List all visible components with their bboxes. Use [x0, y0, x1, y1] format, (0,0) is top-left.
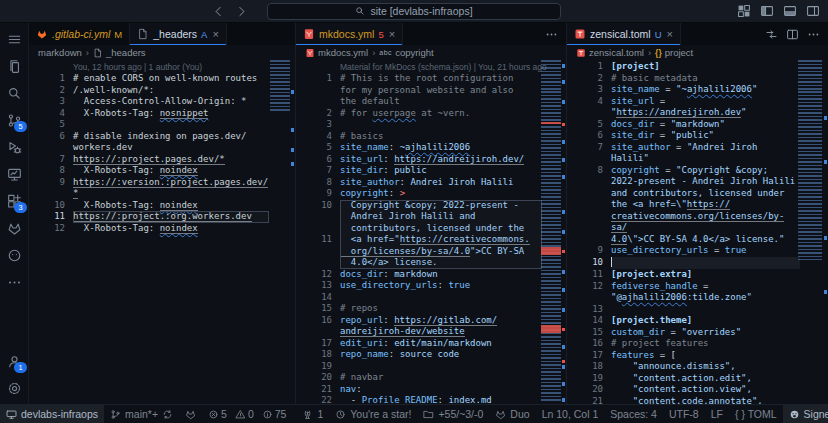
code-line[interactable]: 1# enable CORS on well-known routes [29, 73, 295, 85]
code-line[interactable]: 16# project features [567, 338, 828, 350]
tab-zensical-toml[interactable]: zensical.tomlU× [567, 23, 681, 45]
breadcrumb-item[interactable]: _headers [106, 47, 146, 58]
line-number[interactable]: 7 [296, 165, 332, 177]
toggle-secondary-sidebar-icon[interactable] [806, 4, 820, 18]
activitybar-github[interactable] [0, 242, 28, 269]
code-line[interactable]: 7https://:project.pages.dev/* [29, 154, 295, 166]
code-line[interactable]: 17edit_uri: edit/main/markdown [296, 338, 566, 350]
breadcrumb-item[interactable]: markdown [38, 47, 82, 58]
status-encoding[interactable]: UTF-8 [663, 405, 705, 423]
line-number[interactable]: 17 [296, 338, 332, 350]
code-line[interactable]: 11 <a href="https://creativecommons. org… [296, 234, 566, 269]
code-line[interactable]: 18repo_name: source code [296, 349, 566, 361]
activitybar-explorer[interactable] [0, 53, 28, 80]
minimap[interactable] [270, 60, 290, 112]
line-number[interactable]: 13 [567, 304, 603, 316]
split-editor-icon[interactable] [786, 28, 799, 41]
line-number[interactable]: 15 [296, 303, 332, 315]
code-line[interactable]: 3 Access-Control-Allow-Origin: * [29, 96, 295, 108]
code-line[interactable]: 1[project] [567, 61, 828, 73]
line-number[interactable]: 9 [296, 188, 332, 200]
code-line[interactable]: 15# repos [296, 303, 566, 315]
line-number[interactable]: 16 [567, 338, 603, 350]
status-git-changes[interactable]: +55/~3/-0 [417, 405, 489, 423]
code-line[interactable]: 9copyright: > [296, 188, 566, 200]
back-arrow-icon[interactable] [212, 5, 225, 18]
line-number[interactable]: 12 [296, 269, 332, 281]
line-number[interactable]: 5 [567, 119, 603, 131]
code-line[interactable]: 17features = [ [567, 350, 828, 362]
code-line[interactable]: 12fediverse_handle = "@ajhalili2006:tild… [567, 281, 828, 304]
code-line[interactable]: 4# basics [296, 131, 566, 143]
activitybar-search[interactable] [0, 80, 28, 107]
line-number[interactable]: 8 [567, 165, 603, 246]
code-area[interactable]: You, 12 hours ago | 1 author (You)1# ena… [29, 60, 295, 404]
forward-arrow-icon[interactable] [235, 5, 248, 18]
line-number[interactable]: 22 [296, 395, 332, 404]
code-line[interactable]: 16repo_url: https://gitlab.com/ andreiji… [296, 315, 566, 338]
code-area[interactable]: 1[project]2# basic metadata3site_name = … [567, 60, 828, 404]
code-line[interactable]: 21nav: [296, 384, 566, 396]
line-number[interactable]: 14 [296, 292, 332, 304]
line-number[interactable]: 2 [29, 85, 65, 97]
code-line[interactable]: 5site_name: ~ajhalili2006 [296, 142, 566, 154]
code-line[interactable]: 3 [296, 119, 566, 131]
line-number[interactable]: 10 [567, 257, 603, 270]
code-line[interactable]: 13 [567, 304, 828, 316]
code-line[interactable]: 13use_directory_urls: true [296, 280, 566, 292]
code-line[interactable]: 5 [29, 119, 295, 131]
code-line[interactable]: 12 X-Robots-Tag: noindex [29, 223, 295, 235]
activitybar-more-tools[interactable] [0, 269, 28, 296]
status-cursor-position[interactable]: Ln 10, Col 1 [536, 405, 605, 423]
activitybar-gitlab[interactable] [0, 215, 28, 242]
code-line[interactable]: 10 [567, 257, 828, 270]
line-number[interactable]: 19 [296, 361, 332, 373]
tab-headers[interactable]: _headersA× [130, 23, 227, 45]
status-ports[interactable]: 1 [296, 405, 329, 423]
code-line[interactable]: 7site_author = "Andrei Jiroh Halili" [567, 142, 828, 165]
line-number[interactable]: 3 [29, 96, 65, 108]
code-line[interactable]: 21 "content.code.annotate", [567, 396, 828, 405]
code-line[interactable]: 10 X-Robots-Tag: noindex [29, 200, 295, 212]
more-actions-icon[interactable] [545, 28, 558, 41]
status-github-signin[interactable]: Signed out [783, 405, 828, 423]
line-number[interactable]: 6 [29, 131, 65, 154]
code-line[interactable]: 9https://:version.:project.pages.dev/ * [29, 177, 295, 200]
line-number[interactable]: 15 [567, 327, 603, 339]
line-number[interactable]: 4 [296, 131, 332, 143]
line-number[interactable]: 16 [296, 315, 332, 338]
status-gitlab-workflow[interactable] [179, 405, 202, 423]
code-line[interactable]: 2/.well-known/*: [29, 85, 295, 97]
breadcrumb-item[interactable]: project [665, 47, 694, 58]
line-number[interactable]: 11 [567, 269, 603, 281]
line-number[interactable]: 14 [567, 315, 603, 327]
code-line[interactable]: 22 - Profile README: index.md [296, 395, 566, 404]
line-number[interactable]: 20 [296, 372, 332, 384]
line-number[interactable]: 7 [29, 154, 65, 166]
code-line[interactable]: 2# basic metadata [567, 73, 828, 85]
code-line[interactable]: 4 X-Robots-Tag: nosnippet [29, 108, 295, 120]
close-icon[interactable]: × [667, 28, 673, 40]
status-star-status[interactable]: You're a star! [329, 405, 417, 423]
more-actions-icon[interactable] [807, 28, 820, 41]
code-line[interactable]: 15custom_dir = "overrides" [567, 327, 828, 339]
line-number[interactable]: 4 [29, 108, 65, 120]
code-line[interactable]: 1# This is the root configuration for my… [296, 73, 566, 108]
line-number[interactable]: 12 [567, 281, 603, 304]
tab-gitlab-ci-yml[interactable]: .gitlab-ci.ymlM [29, 23, 130, 45]
line-number[interactable]: 1 [567, 61, 603, 73]
status-duo[interactable]: Duo [489, 405, 535, 423]
line-number[interactable]: 3 [567, 84, 603, 96]
line-number[interactable]: 20 [567, 384, 603, 396]
activitybar-extensions[interactable]: 3 [0, 188, 28, 215]
line-number[interactable]: 9 [567, 245, 603, 257]
code-line[interactable]: 7site_dir: public [296, 165, 566, 177]
line-number[interactable]: 6 [296, 154, 332, 166]
line-number[interactable]: 5 [296, 142, 332, 154]
code-line[interactable]: 20# navbar [296, 372, 566, 384]
open-changes-icon[interactable] [765, 28, 778, 41]
line-number[interactable]: 17 [567, 350, 603, 362]
code-line[interactable]: 3site_name = "~ajhalili2006" [567, 84, 828, 96]
close-icon[interactable]: × [389, 28, 395, 40]
code-line[interactable]: 10 Copyright &copy; 2022-present - Andre… [296, 200, 566, 235]
